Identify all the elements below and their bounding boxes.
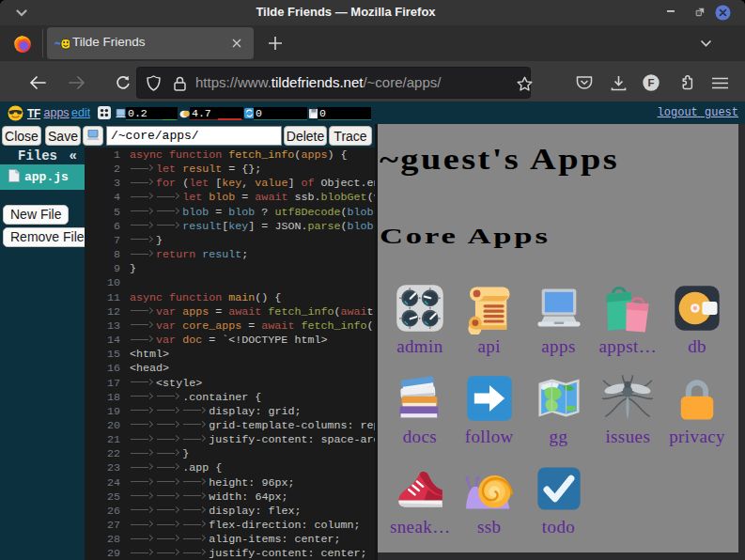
svg-text:F: F <box>647 77 654 88</box>
